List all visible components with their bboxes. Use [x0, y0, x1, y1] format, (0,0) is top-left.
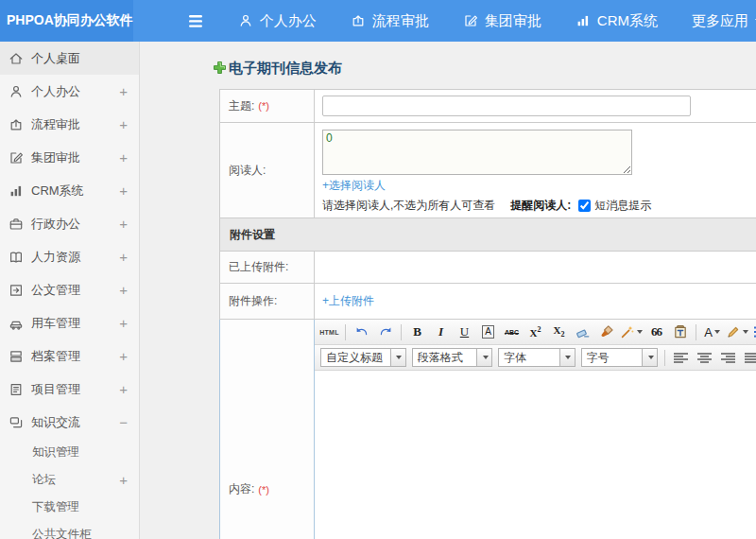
toolbar-undo-button[interactable]	[351, 322, 372, 342]
toolbar-separator	[696, 324, 696, 340]
flow-icon	[351, 13, 366, 28]
toolbar-font-color-button[interactable]: A	[701, 322, 723, 342]
chat-icon	[9, 415, 24, 430]
toolbar-ordered-list-button[interactable]	[751, 322, 756, 342]
toolbar-align-right-button[interactable]	[717, 348, 739, 368]
subject-input[interactable]	[322, 96, 691, 116]
sms-checkbox[interactable]	[578, 200, 591, 212]
sidebar-item-human-resources[interactable]: 人力资源+	[0, 240, 139, 273]
readers-textarea[interactable]: 0	[322, 130, 632, 175]
nav-item-crm-system[interactable]: CRM系统	[576, 12, 658, 30]
align-right-icon	[721, 353, 735, 363]
toolbar-strikethrough-button[interactable]: ABC	[501, 322, 523, 342]
paragraph-select[interactable]: 段落格式	[412, 348, 492, 367]
sidebar-item-personal-desktop[interactable]: 个人桌面	[0, 42, 139, 75]
app-window: PHPOA协同办公软件 个人办公流程审批集团审批CRM系统更多应用 个人桌面个人…	[0, 0, 756, 539]
sidebar-item-group-approval[interactable]: 集团审批+	[0, 141, 139, 174]
toolbar-bold-button[interactable]: B	[406, 322, 428, 342]
toolbar-highlight-button[interactable]	[725, 322, 749, 342]
toolbar-align-left-button[interactable]	[670, 348, 692, 368]
sidebar-item-crm-system[interactable]: CRM系统+	[0, 174, 139, 207]
size-select[interactable]: 字号	[581, 348, 659, 367]
sidebar-item-knowledge-management[interactable]: 知识管理	[0, 439, 139, 466]
expand-plus-icon: +	[119, 282, 128, 298]
sidebar-item-label: 公文管理	[31, 282, 80, 299]
html-source-icon: HTML	[319, 329, 339, 336]
form-row-uploaded: 已上传附件:	[219, 252, 756, 284]
sidebar-item-archive-management[interactable]: 档案管理+	[0, 339, 139, 373]
bold-icon: B	[413, 324, 421, 339]
sidebar-item-public-file-cabinet[interactable]: 公共文件柜	[0, 521, 139, 539]
sidebar-item-forum[interactable]: 论坛+	[0, 466, 139, 494]
chart-icon	[9, 183, 24, 199]
align-justify-icon	[745, 353, 756, 363]
sidebar-item-workflow-approval[interactable]: 流程审批+	[0, 108, 139, 141]
nav-item-workflow-approval[interactable]: 流程审批	[351, 12, 429, 30]
caret-down-icon	[743, 330, 748, 334]
expand-plus-icon: +	[119, 83, 128, 99]
select-readers-link[interactable]: +选择阅读人	[322, 179, 386, 192]
edit-icon	[9, 150, 24, 165]
italic-icon: I	[438, 324, 443, 339]
nav-item-group-approval[interactable]: 集团审批	[463, 12, 541, 30]
caret-down-icon	[476, 349, 491, 366]
align-center-icon	[697, 353, 712, 363]
toolbar-underline-button[interactable]: U	[454, 322, 475, 342]
caret-down-icon	[714, 330, 720, 334]
sidebar-item-admin-office[interactable]: 行政办公+	[0, 207, 139, 240]
toolbar-separator	[401, 324, 402, 340]
magic-wand-icon	[620, 324, 635, 339]
toolbar-magic-wand-button[interactable]	[619, 322, 644, 342]
expand-plus-icon: +	[119, 472, 128, 488]
font-select[interactable]: 字体	[498, 348, 576, 367]
attachment-section-header: 附件设置	[219, 218, 756, 252]
nav-item-label: 流程审批	[372, 12, 429, 30]
sidebar-item-personal-office[interactable]: 个人办公+	[0, 75, 139, 108]
sidebar-item-label: 行政办公	[31, 216, 80, 233]
editor-canvas[interactable]	[315, 371, 756, 539]
sidebar-item-knowledge-exchange[interactable]: 知识交流−	[0, 406, 139, 439]
sidebar-item-document-management[interactable]: 公文管理+	[0, 273, 139, 306]
editor-toolbar-row2: 自定义标题段落格式字体字号	[315, 345, 756, 371]
toolbar-html-source-button[interactable]: HTML	[318, 322, 340, 342]
toolbar-redo-button[interactable]	[374, 322, 396, 342]
menu-icon[interactable]	[188, 14, 206, 28]
nav-item-personal-office[interactable]: 个人办公	[238, 12, 317, 30]
toolbar-italic-button[interactable]: I	[430, 322, 452, 342]
sidebar-item-label: 档案管理	[31, 348, 80, 365]
font-color-icon: A	[704, 325, 713, 339]
toolbar-font-border-button[interactable]: A	[477, 322, 499, 342]
sidebar-item-vehicle-management[interactable]: 用车管理+	[0, 306, 139, 339]
readers-help-text: 请选择阅读人,不选为所有人可查看	[322, 198, 495, 214]
sidebar-item-download-management[interactable]: 下载管理	[0, 494, 139, 521]
select-value: 段落格式	[413, 350, 476, 366]
sidebar-item-project-management[interactable]: 项目管理+	[0, 373, 139, 406]
caret-down-icon	[642, 349, 657, 366]
toolbar-superscript-button[interactable]: X2	[524, 322, 546, 342]
sidebar-item-label: 公共文件柜	[32, 527, 92, 539]
toolbar-align-center-button[interactable]	[694, 348, 715, 368]
toolbar-subscript-button[interactable]: X2	[548, 322, 570, 342]
content-label: 内容: (*)	[220, 320, 315, 539]
paste-text-icon	[673, 324, 688, 339]
heading-select[interactable]: 自定义标题	[320, 348, 406, 367]
required-mark: (*)	[258, 484, 269, 496]
expand-plus-icon: +	[119, 249, 128, 265]
uploaded-label: 已上传附件:	[220, 252, 315, 283]
nav-item-more-apps[interactable]: 更多应用	[692, 12, 756, 30]
briefcase-icon	[9, 217, 24, 232]
toolbar-paste-text-button[interactable]	[669, 322, 691, 342]
toolbar-format-brush-button[interactable]	[595, 322, 617, 342]
remind-readers-label: 提醒阅读人:	[510, 198, 571, 214]
toolbar-eraser-button[interactable]	[572, 322, 593, 342]
readers-label: 阅读人:	[220, 123, 315, 217]
expand-plus-icon: +	[119, 381, 128, 397]
archive-icon	[9, 349, 24, 364]
form-row-attachment-op: 附件操作: +上传附件	[219, 284, 756, 320]
toolbar-blockquote-button[interactable]: 66	[645, 322, 667, 342]
toolbar-align-justify-button[interactable]	[741, 348, 756, 368]
caret-down-icon	[637, 330, 643, 334]
sidebar-item-label: 人力资源	[31, 249, 80, 266]
flow-icon	[9, 117, 24, 132]
upload-attachment-link[interactable]: +上传附件	[322, 293, 374, 309]
